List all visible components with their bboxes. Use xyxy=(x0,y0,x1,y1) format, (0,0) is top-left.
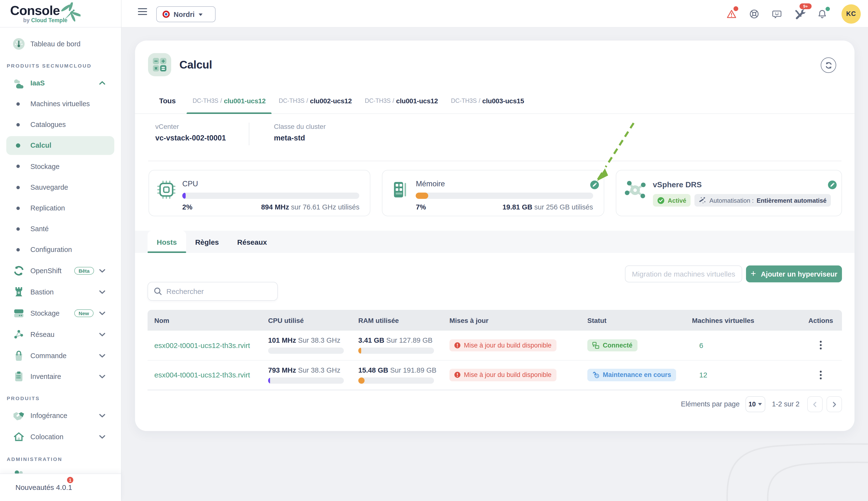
sidebar-item-label: Inventaire xyxy=(30,373,61,380)
sidebar-item-label: Configuration xyxy=(30,246,72,253)
sidebar-item-sauvegarde[interactable]: Sauvegarde xyxy=(0,178,121,197)
chevron-down-icon[interactable] xyxy=(98,330,107,339)
menu-toggle-button[interactable] xyxy=(138,8,147,15)
sidebar-item-commande[interactable]: Commande xyxy=(0,346,121,365)
chevron-down-icon[interactable] xyxy=(98,266,107,275)
pagination: Eléments par page 10 1-2 sur 2 xyxy=(147,390,842,431)
tab-reseaux[interactable]: Réseaux xyxy=(228,231,276,253)
chevron-up-icon[interactable] xyxy=(98,79,107,87)
tab-clu003-ucs15[interactable]: DC-TH3S/clu003-ucs15 xyxy=(445,88,530,114)
sidebar-item-reseau[interactable]: Réseau xyxy=(0,324,121,344)
tab-hosts[interactable]: Hosts xyxy=(147,231,186,253)
chevron-down-icon[interactable] xyxy=(98,411,107,420)
bullet-icon xyxy=(17,185,20,189)
col-actions: Actions xyxy=(800,316,842,324)
sidebar-nav: Tableau de bord PRODUITS SECNUMCLOUD Iaa… xyxy=(0,28,121,473)
tab-regles[interactable]: Règles xyxy=(186,231,228,253)
tab-tous[interactable]: Tous xyxy=(153,88,182,114)
cluster-class-value: meta-std xyxy=(274,134,326,142)
support-button[interactable] xyxy=(749,9,759,19)
row-actions-button[interactable] xyxy=(800,371,842,380)
col-nom: Nom xyxy=(147,316,268,324)
sidebar-item-label: Commande xyxy=(30,352,67,359)
sidebar-section-produits: PRODUITS xyxy=(7,395,40,401)
tenant-selector[interactable]: Nordri xyxy=(156,6,216,22)
cpu-title: CPU xyxy=(182,180,360,188)
update-badge: Mise à jour du build disponible xyxy=(449,339,556,351)
migrate-vms-button[interactable]: Migration de machines virtuelles xyxy=(625,265,742,283)
chevron-down-icon[interactable] xyxy=(98,433,107,441)
wrench-clock-icon xyxy=(592,371,600,379)
cpu-chip-icon xyxy=(157,180,176,199)
sidebar-item-label: Bastion xyxy=(30,288,54,296)
logo-title: Console xyxy=(10,3,60,18)
host-name-link[interactable]: esx004-t0001-ucs12-th3s.rvirt xyxy=(154,371,250,379)
tasks-button[interactable]: 9+ xyxy=(795,9,804,19)
lifebuoy-icon xyxy=(749,9,759,19)
sidebar-item-colocation[interactable]: Colocation xyxy=(0,427,121,446)
sidebar-item-calcul[interactable]: Calcul xyxy=(0,136,121,155)
per-page-select[interactable]: 10 xyxy=(746,396,765,412)
connected-icon xyxy=(592,342,600,349)
hosts-toolbar: Migration de machines virtuelles + Ajout… xyxy=(135,253,855,310)
cpu-progressbar xyxy=(268,348,344,354)
sidebar-item-iaas[interactable]: IaaS xyxy=(0,73,121,93)
logo[interactable]: Console by Cloud Temple xyxy=(0,0,121,28)
sidebar-item-machines-virtuelles[interactable]: Machines virtuelles xyxy=(0,94,121,114)
per-page-label: Eléments par page xyxy=(681,396,739,412)
memory-edit-button[interactable] xyxy=(590,181,599,189)
vcenter-label: vCenter xyxy=(155,122,249,130)
chevron-down-icon[interactable] xyxy=(98,372,107,381)
sidebar-item-sante[interactable]: Santé xyxy=(0,219,121,238)
search-box xyxy=(147,282,278,301)
news-link[interactable]: Nouveautés 4.0.1 xyxy=(15,483,72,491)
sidebar-item-infogerance[interactable]: Infogérance xyxy=(0,406,121,425)
beta-badge: Bêta xyxy=(74,267,94,274)
row-actions-button[interactable] xyxy=(800,341,842,350)
cpu-progressbar xyxy=(182,193,360,199)
background-decoration xyxy=(666,419,868,501)
sidebar-item-label: Calcul xyxy=(30,141,51,149)
host-name-link[interactable]: esx002-t0001-ucs12-th3s.rvirt xyxy=(154,341,250,350)
sidebar-section-secnumcloud: PRODUITS SECNUMCLOUD xyxy=(7,63,92,68)
refresh-button[interactable] xyxy=(821,57,836,73)
sidebar-item-replication[interactable]: Replication xyxy=(0,199,121,218)
new-badge: New xyxy=(74,309,93,317)
cpu-usage: 894 MHz sur 76.61 GHz utilisés xyxy=(261,203,360,211)
vm-count[interactable]: 6 xyxy=(692,341,800,350)
drs-enabled-badge: Activé xyxy=(653,194,691,206)
vm-count[interactable]: 12 xyxy=(692,371,800,379)
sidebar-item-dashboard[interactable]: Tableau de bord xyxy=(0,34,121,54)
chevron-down-icon[interactable] xyxy=(98,288,107,296)
sidebar-item-configuration[interactable]: Configuration xyxy=(0,240,121,259)
pencil-icon xyxy=(830,182,835,187)
sidebar-item-bastion[interactable]: Bastion xyxy=(0,283,121,302)
next-page-button[interactable] xyxy=(826,396,842,412)
chevron-down-icon[interactable] xyxy=(98,351,107,360)
sidebar-item-catalogues[interactable]: Catalogues xyxy=(0,115,121,134)
avatar[interactable]: KC xyxy=(842,4,861,23)
add-hypervisor-button[interactable]: + Ajouter un hyperviseur xyxy=(746,265,842,283)
feedback-button[interactable] xyxy=(772,9,782,19)
chevron-down-icon[interactable] xyxy=(98,309,107,317)
ram-progressbar xyxy=(358,348,434,354)
cluster-class-label: Classe du cluster xyxy=(274,122,326,130)
drs-edit-button[interactable] xyxy=(828,181,837,189)
sidebar-item-inventaire[interactable]: Inventaire xyxy=(0,367,121,386)
sidebar-item-stockage-produit[interactable]: Stockage New xyxy=(0,303,121,323)
sidebar-item-label: Infogérance xyxy=(30,412,67,419)
cpu-percent: 2% xyxy=(182,203,193,211)
plus-icon: + xyxy=(750,268,756,279)
tab-clu002-ucs12[interactable]: DC-TH3S/clu002-ucs12 xyxy=(273,88,358,114)
search-input[interactable] xyxy=(166,287,272,295)
sidebar-item-openshift[interactable]: OpenShift Bêta xyxy=(0,261,121,280)
notifications-button[interactable] xyxy=(817,9,827,19)
tab-clu001-ucs12[interactable]: DC-TH3S/clu001-ucs12 xyxy=(187,88,272,114)
col-cpu: CPU utilisé xyxy=(268,316,358,324)
bell-icon xyxy=(817,9,827,19)
alerts-button[interactable] xyxy=(727,9,736,19)
tab-clu001-ucs12-b[interactable]: DC-TH3S/clu001-ucs12 xyxy=(359,88,444,114)
previous-page-button[interactable] xyxy=(807,396,823,412)
sidebar-item-stockage[interactable]: Stockage xyxy=(0,157,121,176)
bullet-icon xyxy=(17,248,20,251)
